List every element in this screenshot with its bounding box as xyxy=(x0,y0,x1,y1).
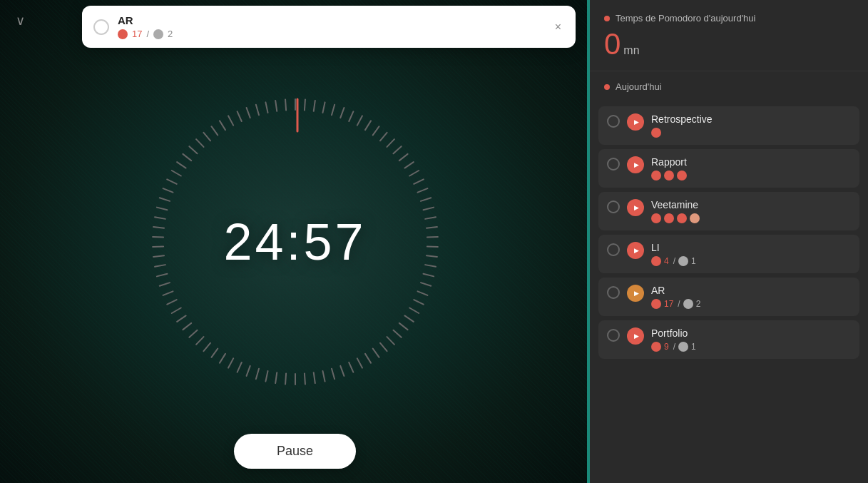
svg-line-58 xyxy=(189,330,197,337)
task-play-button[interactable]: ▶ xyxy=(627,113,644,131)
task-name: Veetamine xyxy=(651,199,851,210)
svg-line-6 xyxy=(340,108,344,118)
svg-line-66 xyxy=(155,265,165,267)
svg-line-68 xyxy=(153,246,163,247)
svg-line-20 xyxy=(423,207,434,210)
task-item: ▶LI4/1 xyxy=(598,235,859,273)
play-icon: ▶ xyxy=(634,161,639,168)
pomodoro-header: Temps de Pomodoro d'aujourd'hui xyxy=(604,13,854,24)
svg-line-44 xyxy=(313,372,315,383)
svg-line-32 xyxy=(404,315,413,321)
svg-line-65 xyxy=(156,273,167,276)
task-stat-red: 4 xyxy=(664,256,669,266)
pomodoro-dot xyxy=(651,213,661,223)
svg-line-52 xyxy=(237,362,241,372)
svg-line-50 xyxy=(255,368,258,378)
svg-line-83 xyxy=(220,121,225,130)
pause-button[interactable]: Pause xyxy=(234,434,356,469)
pomodoro-dot xyxy=(664,213,674,223)
task-play-button[interactable]: ▶ xyxy=(627,199,644,216)
svg-line-5 xyxy=(331,104,334,114)
svg-line-34 xyxy=(393,330,401,337)
task-play-button[interactable]: ▶ xyxy=(627,327,644,345)
svg-line-36 xyxy=(379,342,387,350)
svg-line-85 xyxy=(237,111,241,121)
svg-line-81 xyxy=(203,132,210,140)
today-section: Aujourd'hui xyxy=(590,71,868,106)
svg-line-18 xyxy=(417,188,427,193)
svg-line-35 xyxy=(387,337,394,345)
task-stat-gray: 1 xyxy=(691,342,696,352)
svg-line-49 xyxy=(265,370,267,381)
stat-dot-gray xyxy=(678,256,688,266)
stat-dot-gray xyxy=(683,299,693,309)
clock-time-display: 24:57 xyxy=(223,213,366,271)
svg-line-16 xyxy=(409,171,419,176)
svg-line-43 xyxy=(322,370,325,381)
task-pomodoros: 4/1 xyxy=(651,256,851,266)
stat-dot-gray xyxy=(678,342,688,352)
task-content: Portfolio9/1 xyxy=(651,327,851,352)
play-icon: ▶ xyxy=(634,204,639,211)
task-checkbox[interactable] xyxy=(607,243,620,256)
svg-line-26 xyxy=(425,265,436,267)
task-checkbox[interactable] xyxy=(607,286,620,299)
svg-line-61 xyxy=(171,307,180,313)
svg-line-38 xyxy=(365,353,371,362)
svg-line-2 xyxy=(304,99,305,110)
svg-line-82 xyxy=(211,126,218,135)
svg-line-70 xyxy=(153,227,164,228)
task-pomodoros: 17/2 xyxy=(651,299,851,309)
svg-line-55 xyxy=(211,348,218,357)
play-icon: ▶ xyxy=(634,290,639,297)
notif-circle xyxy=(93,19,109,35)
svg-line-90 xyxy=(285,99,286,110)
task-play-button[interactable]: ▶ xyxy=(627,156,644,173)
svg-line-53 xyxy=(228,358,233,367)
svg-line-71 xyxy=(155,217,165,219)
pomodoro-dot xyxy=(651,171,661,181)
task-item: ▶Rapport xyxy=(598,149,859,188)
task-item: ▶AR17/2 xyxy=(598,278,859,316)
task-checkbox[interactable] xyxy=(607,200,620,213)
notif-badges: 17 / 2 xyxy=(118,29,543,39)
svg-line-19 xyxy=(420,198,430,201)
task-checkbox[interactable] xyxy=(607,158,620,171)
svg-line-33 xyxy=(399,322,407,329)
task-play-button[interactable]: ▶ xyxy=(627,242,644,259)
task-content: Veetamine xyxy=(651,199,851,223)
today-label: Aujourd'hui xyxy=(616,81,662,92)
task-checkbox[interactable] xyxy=(607,115,620,128)
svg-line-48 xyxy=(275,372,277,383)
svg-line-14 xyxy=(399,153,407,160)
task-checkbox[interactable] xyxy=(607,329,620,342)
task-name: Retrospective xyxy=(651,113,851,125)
task-stat-red: 17 xyxy=(664,299,673,309)
svg-line-13 xyxy=(393,146,401,153)
pomodoro-dot xyxy=(651,128,661,138)
clock-container: // This won't execute in SVG directly, w… xyxy=(145,92,445,392)
svg-line-88 xyxy=(265,102,267,113)
svg-line-80 xyxy=(196,139,203,147)
svg-line-21 xyxy=(425,217,436,219)
badge-count-red: 17 xyxy=(132,29,142,39)
svg-line-4 xyxy=(322,102,325,113)
clock-ring: // This won't execute in SVG directly, w… xyxy=(145,92,445,392)
chevron-down-icon[interactable]: ∨ xyxy=(16,13,25,29)
notif-close-button[interactable]: × xyxy=(552,19,564,36)
svg-line-60 xyxy=(177,315,185,321)
stat-dot-red xyxy=(651,299,661,309)
svg-line-72 xyxy=(156,207,167,210)
stat-dot-red xyxy=(651,342,661,352)
stat-dot-red xyxy=(651,256,661,266)
stat-separator: / xyxy=(673,342,675,352)
red-dot-icon xyxy=(604,16,610,21)
task-name: LI xyxy=(651,242,851,253)
task-play-button[interactable]: ▶ xyxy=(627,285,644,302)
task-item: ▶Portfolio9/1 xyxy=(598,320,859,359)
svg-line-40 xyxy=(349,362,353,372)
task-item: ▶Veetamine xyxy=(598,192,859,230)
task-pomodoros xyxy=(651,213,851,223)
svg-line-3 xyxy=(313,100,315,111)
svg-line-12 xyxy=(387,139,394,147)
